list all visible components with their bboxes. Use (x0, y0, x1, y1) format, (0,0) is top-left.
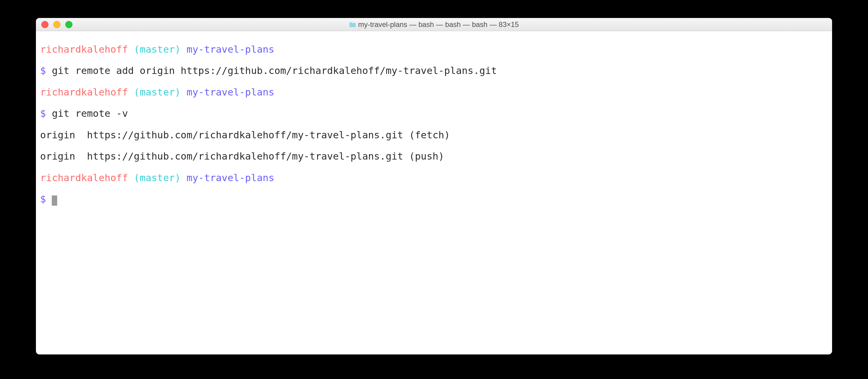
folder-icon (349, 22, 356, 27)
command-line: $ git remote add origin https://github.c… (40, 66, 828, 76)
prompt-symbol: $ (40, 65, 52, 76)
prompt-line: richardkalehoff (master) my-travel-plans (40, 44, 828, 55)
prompt-close-paren: ) (175, 172, 186, 184)
minimize-icon[interactable] (53, 21, 60, 28)
titlebar[interactable]: my-travel-plans — bash — bash — bash — 8… (36, 18, 832, 31)
prompt-input-line[interactable]: $ (40, 194, 828, 205)
prompt-line: richardkalehoff (master) my-travel-plans (40, 173, 828, 184)
close-icon[interactable] (41, 21, 49, 28)
prompt-branch: master (140, 44, 175, 55)
command-text: git remote add origin https://github.com… (52, 65, 497, 76)
prompt-user: richardkalehoff (40, 87, 128, 98)
prompt-close-paren: ) (175, 87, 186, 98)
terminal-body[interactable]: richardkalehoff (master) my-travel-plans… (36, 31, 832, 354)
terminal-window: my-travel-plans — bash — bash — bash — 8… (36, 18, 832, 354)
command-text: git remote -v (52, 108, 128, 119)
prompt-open-paren: ( (128, 172, 140, 184)
prompt-dir: my-travel-plans (186, 44, 275, 55)
prompt-dir: my-travel-plans (186, 87, 275, 98)
zoom-icon[interactable] (65, 21, 72, 28)
output-line: origin https://github.com/richardkalehof… (40, 151, 828, 162)
prompt-open-paren: ( (128, 44, 140, 55)
cursor-icon (52, 195, 57, 206)
window-title-text: my-travel-plans — bash — bash — bash — 8… (358, 20, 519, 29)
prompt-close-paren: ) (175, 44, 186, 55)
prompt-branch: master (140, 87, 175, 98)
prompt-user: richardkalehoff (40, 172, 128, 184)
command-line: $ git remote -v (40, 108, 828, 119)
window-title: my-travel-plans — bash — bash — bash — 8… (36, 20, 832, 29)
prompt-user: richardkalehoff (40, 44, 128, 55)
prompt-open-paren: ( (128, 87, 140, 98)
output-line: origin https://github.com/richardkalehof… (40, 130, 828, 141)
prompt-symbol: $ (40, 108, 52, 119)
prompt-dir: my-travel-plans (186, 172, 275, 184)
window-controls (36, 21, 72, 28)
prompt-line: richardkalehoff (master) my-travel-plans (40, 87, 828, 98)
prompt-branch: master (140, 172, 175, 184)
prompt-symbol: $ (40, 193, 52, 205)
